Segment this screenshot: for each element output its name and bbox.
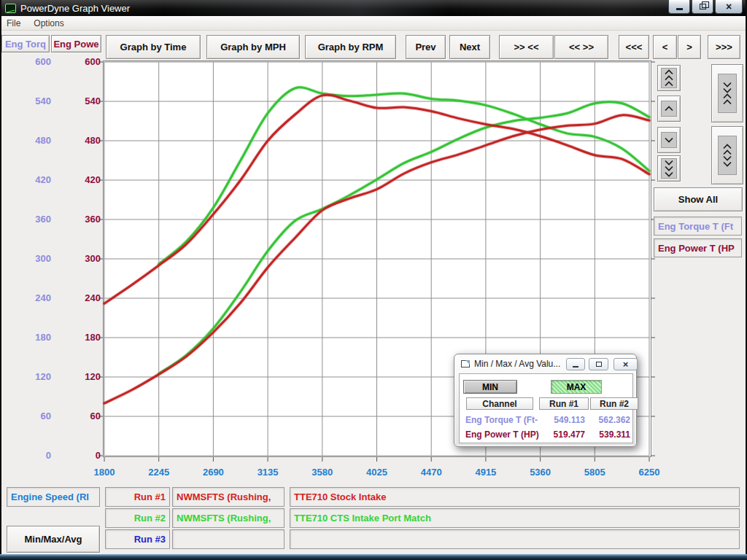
graph-by-time-button[interactable]: Graph by Time — [106, 35, 201, 59]
minimize-icon — [676, 8, 683, 10]
run1-title-field[interactable]: TTE710 Stock Intake — [290, 487, 740, 507]
min-toggle-button[interactable]: MIN — [463, 380, 517, 394]
restore-icon — [700, 4, 706, 9]
run1-label: Run #1 — [105, 487, 170, 507]
app-icon — [5, 4, 16, 13]
x-tick-label: 3580 — [299, 467, 346, 478]
maximize-icon — [596, 362, 602, 367]
y-scroll-up-fast-button[interactable] — [657, 65, 681, 91]
table-cell-value: 519.477 — [535, 429, 585, 440]
torque-y-tick-label: 480 — [13, 135, 51, 146]
scroll-left-fast-button[interactable]: <<< — [619, 35, 649, 59]
zoom-in-x-button[interactable]: >> << — [499, 35, 554, 59]
max-toggle-button[interactable]: MAX — [551, 380, 602, 394]
table-row-channel: Eng Torque T (Ft- — [465, 415, 538, 425]
run2-file-field[interactable]: NWMSFTS (Rushing, — [172, 508, 285, 528]
minmax-close-button[interactable]: × — [614, 358, 638, 370]
menu-file[interactable]: File — [0, 17, 27, 30]
torque-channel-field: Eng Torque T (Ft — [654, 217, 742, 236]
torque-y-tick-label: 300 — [13, 253, 51, 264]
x-tick-label: 2245 — [136, 467, 182, 478]
torque-y-tick-label: 540 — [13, 96, 51, 106]
y-zoom-in-button[interactable] — [711, 64, 743, 122]
scroll-right-fast-button[interactable]: >>> — [708, 35, 740, 59]
chevron-up-triple-icon — [661, 68, 677, 88]
power-y-tick-label: 60 — [63, 411, 101, 421]
minmax-avg-button[interactable]: Min/Max/Avg — [7, 526, 100, 553]
run1-file-field[interactable]: NWMSFTS (Rushing, — [172, 487, 285, 507]
y-scroll-down-fast-button[interactable] — [657, 155, 681, 182]
x-tick-label: 3135 — [244, 467, 291, 478]
scroll-right-button[interactable]: > — [678, 35, 701, 59]
zoom-out-x-button[interactable]: << >> — [554, 35, 608, 59]
y-scroll-down-button[interactable] — [657, 127, 681, 153]
title-bar[interactable]: PowerDyne Graph Viewer × — [0, 0, 747, 16]
power-y-tick-label: 300 — [63, 253, 101, 264]
minmax-title-bar[interactable]: Min / Max / Avg Valu... × — [454, 354, 636, 373]
minmax-maximize-button[interactable] — [589, 358, 608, 370]
minmax-window-title: Min / Max / Avg Valu... — [474, 359, 560, 369]
power-y-tick-label: 420 — [63, 174, 101, 185]
torque-y-tick-label: 240 — [13, 292, 51, 303]
run3-file-field[interactable] — [172, 529, 285, 549]
close-icon: × — [623, 359, 629, 370]
minmax-values-window: Min / Max / Avg Valu... × MIN MAX Channe… — [454, 354, 637, 447]
next-button[interactable]: Next — [449, 35, 490, 59]
x-axis-channel-field: Engine Speed (RI — [7, 487, 100, 507]
power-channel-field: Eng Power T (HP — [654, 238, 742, 257]
powerdyne-window: PowerDyne Graph Viewer × File Options En… — [0, 0, 747, 560]
graph-by-rpm-button[interactable]: Graph by RPM — [305, 35, 396, 59]
column-header-run1[interactable]: Run #1 — [539, 397, 589, 410]
power-y-tick-label: 120 — [63, 371, 101, 382]
window-bottom-edge — [0, 554, 747, 560]
table-cell-value: 549.113 — [535, 415, 585, 425]
minmax-minimize-button[interactable] — [566, 358, 585, 370]
close-button[interactable]: × — [715, 0, 743, 14]
chevron-down-triple-icon — [661, 158, 677, 179]
power-y-tick-label: 540 — [63, 96, 101, 106]
show-all-button[interactable]: Show All — [654, 187, 743, 211]
minimize-button[interactable] — [668, 0, 690, 14]
torque-y-tick-label: 60 — [13, 411, 51, 421]
chevron-up-icon — [661, 101, 677, 117]
x-tick-label: 5805 — [571, 467, 618, 478]
power-y-tick-label: 480 — [63, 135, 101, 146]
chevron-down-icon — [661, 132, 677, 148]
torque-y-tick-label: 0 — [13, 450, 51, 461]
run2-title-field[interactable]: TTE710 CTS Intake Port Match — [290, 508, 740, 528]
y-scroll-up-button[interactable] — [657, 96, 681, 122]
power-y-tick-label: 180 — [63, 332, 101, 343]
scroll-left-button[interactable]: < — [653, 35, 677, 59]
run-2-eng-power-t-hp--curve — [159, 102, 649, 374]
power-y-tick-label: 360 — [63, 214, 101, 225]
torque-y-tick-label: 180 — [13, 332, 51, 343]
curve-halo — [159, 102, 649, 374]
torque-y-tick-label: 120 — [13, 371, 51, 382]
power-y-tick-label: 240 — [63, 292, 101, 303]
prev-button[interactable]: Prev — [406, 35, 446, 59]
run2-label: Run #2 — [105, 508, 170, 528]
expand-vertical-icon — [718, 136, 737, 175]
x-tick-label: 4470 — [408, 467, 454, 478]
y-zoom-out-button[interactable] — [711, 126, 743, 184]
minimize-icon — [573, 366, 578, 368]
menu-options[interactable]: Options — [27, 17, 70, 30]
window-left-edge — [0, 0, 1, 560]
run3-label: Run #3 — [105, 529, 170, 549]
tab-eng-power[interactable]: Eng Powe — [51, 35, 101, 52]
torque-y-tick-label: 600 — [13, 56, 51, 67]
minmax-body: MIN MAX Channel Run #1 Run #2 Eng Torque… — [459, 373, 633, 443]
graph-by-mph-button[interactable]: Graph by MPH — [206, 35, 300, 59]
column-header-channel[interactable]: Channel — [466, 397, 533, 410]
maximize-button[interactable] — [692, 0, 713, 14]
run-2-eng-torque-t-ft-lbs--curve — [159, 88, 649, 264]
run3-title-field[interactable] — [290, 529, 740, 549]
close-icon: × — [726, 1, 732, 12]
table-cell-value: 562.362 — [585, 415, 630, 425]
x-tick-label: 2690 — [190, 467, 236, 478]
x-tick-label: 1800 — [81, 467, 128, 478]
tab-eng-torque[interactable]: Eng Torq — [1, 35, 50, 52]
minmax-window-icon — [461, 360, 470, 368]
table-row-channel: Eng Power T (HP) — [465, 429, 541, 440]
column-header-run2[interactable]: Run #2 — [590, 397, 638, 410]
